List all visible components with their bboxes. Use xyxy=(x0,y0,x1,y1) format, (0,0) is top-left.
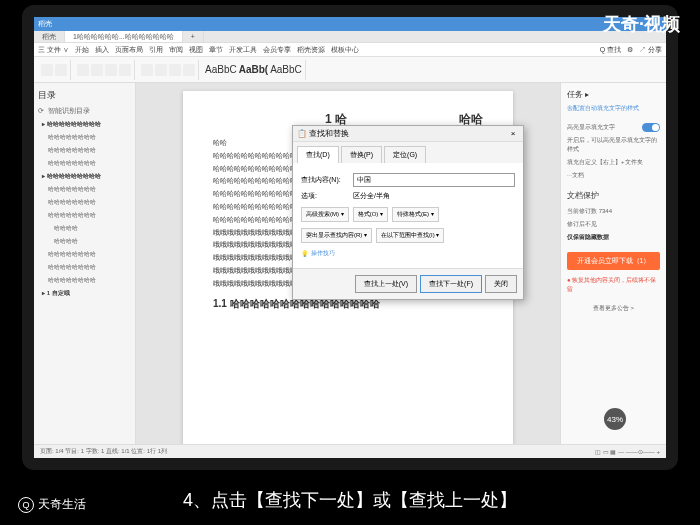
menu-search[interactable]: Q 查找 xyxy=(600,45,621,55)
menu-template[interactable]: 模板中心 xyxy=(331,45,359,55)
menu-dev[interactable]: 开发工具 xyxy=(229,45,257,55)
progress-badge: 43% xyxy=(604,408,626,430)
menu-start[interactable]: 开始 xyxy=(75,45,89,55)
toolbar-font xyxy=(74,60,135,80)
find-label: 查找内容(N): xyxy=(301,175,349,185)
outline-item[interactable]: 哈哈哈哈哈哈哈哈 xyxy=(38,131,131,144)
find-replace-dialog: 📋 查找和替换 × 查找(D) 替换(P) 定位(G) 查找内容(N): 选项:… xyxy=(292,125,524,300)
style-heading1[interactable]: AaBb( xyxy=(239,64,268,75)
protect-item: 修订后不见 xyxy=(567,218,660,231)
options-label: 选项: xyxy=(301,191,349,201)
special-format-button[interactable]: 特殊格式(E) ▾ xyxy=(392,207,439,222)
menu-resource[interactable]: 稻壳资源 xyxy=(297,45,325,55)
menu-member[interactable]: 会员专享 xyxy=(263,45,291,55)
protect-title: 文档保护 xyxy=(567,190,660,201)
protect-item: 仅保留隐藏数据 xyxy=(567,231,660,244)
color-icon[interactable] xyxy=(119,64,131,76)
task-title: 任务 ▸ xyxy=(567,89,660,100)
find-prev-button[interactable]: 查找上一处(V) xyxy=(355,275,417,293)
outline-sidebar: 目录 ⟳ 智能识别目录 ▸ 哈哈哈哈哈哈哈哈哈哈哈哈哈哈哈哈哈哈哈哈哈哈哈哈哈哈… xyxy=(34,83,136,458)
close-icon[interactable]: × xyxy=(507,128,519,140)
tip-link[interactable]: 操作技巧 xyxy=(311,249,335,258)
underline-icon[interactable] xyxy=(105,64,117,76)
tab-replace[interactable]: 替换(P) xyxy=(341,146,382,163)
menu-layout[interactable]: 页面布局 xyxy=(115,45,143,55)
status-zoom[interactable]: ◫ ▭ ▦ — ——⊙—— + xyxy=(595,448,660,455)
find-range-button[interactable]: 在以下范围中查找(I) ▾ xyxy=(376,228,444,243)
style-normal[interactable]: AaBbC xyxy=(205,64,237,75)
task-desc: 开启后，可以高亮显示填充文字的样式 xyxy=(567,134,660,156)
outline-item[interactable]: 哈哈哈哈哈哈哈哈 xyxy=(38,183,131,196)
outline-item[interactable]: ▸ 1 自定哦 xyxy=(38,287,131,300)
refresh-icon: ⟳ xyxy=(38,107,46,115)
outline-item[interactable]: 哈哈哈哈 xyxy=(38,235,131,248)
dialog-tabs: 查找(D) 替换(P) 定位(G) xyxy=(293,142,523,163)
dialog-body: 查找内容(N): 选项: 区分全/半角 高级搜索(M) ▾ 格式(O) ▾ 特殊… xyxy=(293,163,523,268)
outline-item[interactable]: 哈哈哈哈 xyxy=(38,222,131,235)
brand-name: 天奇生活 xyxy=(38,496,86,513)
outline-item[interactable]: 哈哈哈哈哈哈哈哈 xyxy=(38,248,131,261)
outline-item[interactable]: ▸ 哈哈哈哈哈哈哈哈哈 xyxy=(38,118,131,131)
window-titlebar: 稻壳 xyxy=(34,17,666,31)
tab-item[interactable]: 稻壳 xyxy=(34,31,65,42)
bold-icon[interactable] xyxy=(77,64,89,76)
outline-list: ▸ 哈哈哈哈哈哈哈哈哈哈哈哈哈哈哈哈哈哈哈哈哈哈哈哈哈哈哈哈哈哈哈哈哈▸ 哈哈哈… xyxy=(38,118,131,300)
italic-icon[interactable] xyxy=(91,64,103,76)
task-link[interactable]: 去配置自动填充文字的样式 xyxy=(567,104,660,113)
cut-icon[interactable] xyxy=(55,64,67,76)
align-right-icon[interactable] xyxy=(169,64,181,76)
menu-settings[interactable]: ⚙ xyxy=(627,46,633,54)
tab-add[interactable]: + xyxy=(183,31,204,42)
format-button[interactable]: 格式(O) ▾ xyxy=(353,207,388,222)
highlight-label: 高亮显示填充文字 xyxy=(567,123,615,132)
tab-goto[interactable]: 定位(G) xyxy=(384,146,426,163)
toolbar-styles: AaBbC AaBb( AaBbC xyxy=(202,60,306,80)
tab-find[interactable]: 查找(D) xyxy=(297,146,339,163)
menu-file[interactable]: 三 文件 ∨ xyxy=(38,45,69,55)
toolbar: AaBbC AaBb( AaBbC xyxy=(34,57,666,83)
dialog-title-text: 📋 查找和替换 xyxy=(297,128,349,139)
paste-icon[interactable] xyxy=(41,64,53,76)
tab-item[interactable]: 1哈哈哈哈哈哈...哈哈哈哈哈哈哈 xyxy=(65,31,183,42)
options-value: 区分全/半角 xyxy=(353,191,390,201)
caption-bar: 4、点击【查找下一处】或【查找上一处】 xyxy=(0,475,700,525)
status-info: 页面: 1/4 节目: 1 字数: 1 直线: 1/1 位置: 1行 1列 xyxy=(40,447,167,456)
close-button[interactable]: 关闭 xyxy=(485,275,517,293)
brand-logo: Q 天奇生活 xyxy=(18,496,86,513)
outline-item[interactable]: 哈哈哈哈哈哈哈哈 xyxy=(38,196,131,209)
outline-item[interactable]: 哈哈哈哈哈哈哈哈 xyxy=(38,209,131,222)
member-download-button[interactable]: 开通会员立即下载（1） xyxy=(567,252,660,270)
menu-chapter[interactable]: 章节 xyxy=(209,45,223,55)
revision-count: 当前修订数 7344 xyxy=(567,205,660,218)
outline-subtitle[interactable]: ⟳ 智能识别目录 xyxy=(38,104,131,118)
advanced-search-button[interactable]: 高级搜索(M) ▾ xyxy=(301,207,349,222)
align-center-icon[interactable] xyxy=(155,64,167,76)
dialog-titlebar: 📋 查找和替换 × xyxy=(293,126,523,142)
list-icon[interactable] xyxy=(183,64,195,76)
menu-bar: 三 文件 ∨ 开始 插入 页面布局 引用 审阅 视图 章节 开发工具 会员专享 … xyxy=(34,43,666,57)
menu-reference[interactable]: 引用 xyxy=(149,45,163,55)
style-heading2[interactable]: AaBbC xyxy=(270,64,302,75)
screen: 稻壳 稻壳 1哈哈哈哈哈哈...哈哈哈哈哈哈哈 + 三 文件 ∨ 开始 插入 页… xyxy=(34,17,666,458)
find-next-button[interactable]: 查找下一处(F) xyxy=(420,275,482,293)
find-input[interactable] xyxy=(353,173,515,187)
menu-review[interactable]: 审阅 xyxy=(169,45,183,55)
menu-insert[interactable]: 插入 xyxy=(95,45,109,55)
outline-item[interactable]: 哈哈哈哈哈哈哈哈 xyxy=(38,144,131,157)
lightbulb-icon: 💡 xyxy=(301,250,308,257)
caption-text: 4、点击【查找下一处】或【查找上一处】 xyxy=(183,488,517,512)
outline-item[interactable]: 哈哈哈哈哈哈哈哈 xyxy=(38,157,131,170)
align-left-icon[interactable] xyxy=(141,64,153,76)
dialog-footer: 查找上一处(V) 查找下一处(F) 关闭 xyxy=(293,268,523,299)
menu-view[interactable]: 视图 xyxy=(189,45,203,55)
outline-item[interactable]: 哈哈哈哈哈哈哈哈 xyxy=(38,274,131,287)
task-sidebar: 任务 ▸ 去配置自动填充文字的样式 高亮显示填充文字 开启后，可以高亮显示填充文… xyxy=(560,83,666,458)
outline-item[interactable]: ▸ 哈哈哈哈哈哈哈哈哈 xyxy=(38,170,131,183)
outline-item[interactable]: 哈哈哈哈哈哈哈哈 xyxy=(38,261,131,274)
menu-share[interactable]: ↗ 分享 xyxy=(639,45,662,55)
more-link[interactable]: 查看更多公告 > xyxy=(567,302,660,315)
highlight-button[interactable]: 突出显示查找内容(R) ▾ xyxy=(301,228,372,243)
footer-warning: ● 恢复其他内容关闭，后续将不保留 xyxy=(567,274,660,296)
outline-title: 目录 xyxy=(38,87,131,104)
highlight-toggle[interactable] xyxy=(642,123,660,132)
